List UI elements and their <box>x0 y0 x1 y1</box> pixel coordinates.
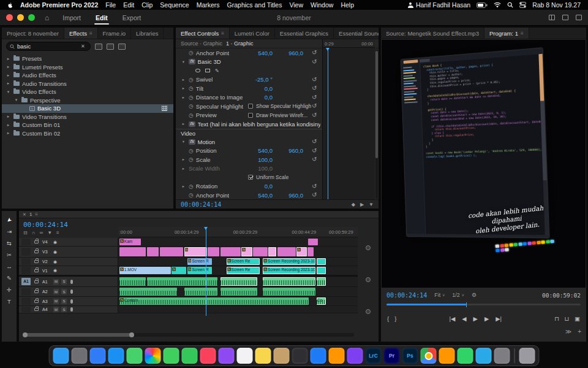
program-scrubber[interactable] <box>386 302 581 307</box>
fx-badge-icon[interactable]: fx <box>189 121 195 127</box>
stopwatch-icon[interactable]: ◷ <box>189 103 194 109</box>
menu-file[interactable]: File <box>105 1 116 9</box>
scroll-knob[interactable] <box>366 277 371 282</box>
twirl-icon[interactable]: ▾ <box>181 59 186 64</box>
tab-effects[interactable]: Effects≡ <box>64 28 98 39</box>
ec-row-scale-width[interactable]: ▸Scale Width100,0 <box>176 164 322 174</box>
reset-icon[interactable]: ↺ <box>312 77 317 83</box>
dock-photos[interactable] <box>145 348 161 364</box>
clip[interactable] <box>147 247 159 256</box>
track-header-v2[interactable]: V2◉ <box>19 258 118 266</box>
wifi-icon[interactable] <box>494 2 501 8</box>
value-field[interactable]: 0,0 <box>244 85 273 92</box>
value-field[interactable]: 960,0 <box>275 50 303 56</box>
voiceover-record-icon[interactable] <box>70 307 73 312</box>
expand-icon[interactable]: ▸ <box>6 81 11 86</box>
dock-whatsapp[interactable] <box>458 348 473 364</box>
tree-item-video-effects[interactable]: ▾Video Effects <box>2 88 173 96</box>
value-field[interactable]: 0,0 <box>244 183 273 190</box>
dock-telegram[interactable] <box>476 348 492 364</box>
button-editor-icon[interactable]: + <box>578 328 581 335</box>
voiceover-record-icon[interactable] <box>70 280 73 284</box>
dock-terminal[interactable] <box>292 348 308 364</box>
dock-mail[interactable] <box>108 348 124 364</box>
toggle-track-output-icon[interactable]: ◉ <box>53 259 57 264</box>
clip[interactable] <box>221 277 258 286</box>
ec-row-masks[interactable]: ✎ <box>176 66 322 75</box>
collapse-icon[interactable]: ▾ <box>6 90 11 94</box>
reset-icon[interactable]: ↺ <box>312 183 317 190</box>
tree-item-basic-3d[interactable]: fxBasic 3D <box>2 104 173 113</box>
track-header-v4[interactable]: V4◉ <box>19 238 118 246</box>
reset-icon[interactable]: ↺ <box>312 139 317 145</box>
play-button[interactable]: ▶ <box>473 315 478 322</box>
menu-sequence[interactable]: Sequence <box>160 1 189 9</box>
ec-row-preview[interactable]: ◷PreviewDraw Preview Wirefr...↺ <box>176 111 322 120</box>
ec-row-tilt[interactable]: ▸◷Tilt0,0↺ <box>176 84 322 93</box>
twirl-icon[interactable]: ▸ <box>181 157 186 162</box>
clip[interactable] <box>147 277 217 286</box>
clip[interactable] <box>160 247 183 256</box>
clip[interactable] <box>317 258 326 265</box>
clip[interactable] <box>263 277 315 286</box>
playback-resolution-dropdown[interactable]: 1/2˅ <box>452 292 464 298</box>
dock-trash[interactable] <box>519 348 535 364</box>
program-timecode[interactable]: 00:00:24:14 <box>386 292 427 299</box>
clip-screen-re[interactable]: fxScreen Re <box>227 267 260 274</box>
source-patch-v3[interactable] <box>21 248 31 256</box>
track-header-a1[interactable]: A1A1MS <box>19 277 118 286</box>
stopwatch-icon[interactable]: ◷ <box>189 148 194 154</box>
tree-item-audio-transitions[interactable]: ▸Audio Transitions <box>2 80 173 88</box>
value-field[interactable]: 540,0 <box>244 192 273 199</box>
lock-icon[interactable] <box>34 300 39 303</box>
lock-icon[interactable] <box>34 240 39 243</box>
mute-button[interactable]: M <box>53 307 59 312</box>
value-field[interactable]: -25,0 ° <box>244 76 273 83</box>
ec-row-check[interactable]: Uniform Scale <box>176 173 322 182</box>
twirl-icon[interactable]: ▸ <box>181 121 186 126</box>
reset-icon[interactable]: ↺ <box>312 112 317 118</box>
filter-audio-icon[interactable] <box>118 44 126 50</box>
mini-timeline-playhead[interactable] <box>328 48 328 199</box>
linked-selection-icon[interactable]: ∞ <box>39 230 43 236</box>
nest-toggle-icon[interactable]: ⊟ <box>23 230 28 236</box>
scroll-knob[interactable] <box>366 309 371 314</box>
twirl-icon[interactable]: ▸ <box>181 86 186 91</box>
track-lane-v1[interactable]: fx1.MOVfxfxScreen RfxScreen RefxScreen R… <box>118 266 358 275</box>
tab-lumetri-color[interactable]: Lumetri Color <box>230 28 275 39</box>
mode-tab-edit[interactable]: Edit <box>88 10 115 26</box>
type-tool-icon[interactable]: T <box>7 299 11 305</box>
voiceover-record-icon[interactable] <box>70 299 73 304</box>
slip-tool-icon[interactable]: ↔ <box>6 264 12 270</box>
toggle-track-output-icon[interactable]: ◉ <box>53 240 57 245</box>
tab-source-mengetik-sound-effect-mp3[interactable]: Source: Mengetik Sound Effect.mp3 <box>381 28 484 39</box>
solo-button[interactable]: S <box>61 299 67 304</box>
dock-podcasts[interactable] <box>219 348 235 364</box>
dock-calendar[interactable] <box>237 348 253 364</box>
tree-item-lumetri-presets[interactable]: ▸Lumetri Presets <box>2 63 173 72</box>
stopwatch-icon[interactable]: ◷ <box>189 112 194 118</box>
clip[interactable] <box>308 239 318 245</box>
track-lane-a4[interactable] <box>118 306 358 313</box>
clip[interactable] <box>221 247 241 256</box>
voiceover-record-icon[interactable] <box>70 289 73 294</box>
checkbox[interactable] <box>248 175 253 180</box>
ec-row-motion[interactable]: ▾fxMotion↺ <box>176 137 322 147</box>
clip[interactable] <box>119 288 177 296</box>
zoom-window-button[interactable] <box>28 14 35 21</box>
source-patch-a3[interactable] <box>21 297 31 304</box>
workspace-icon[interactable] <box>549 15 555 20</box>
ec-row-text-hal-ini-akan-lebih-berguna-ketika-kondisinya-l[interactable]: ▸fxText (hal ini akan lebih berguna keti… <box>176 120 322 129</box>
mark-out-button[interactable]: } <box>394 315 396 322</box>
stopwatch-icon[interactable]: ◷ <box>189 183 194 190</box>
mask-ellipse-icon[interactable] <box>195 69 200 72</box>
expand-icon[interactable]: ▸ <box>6 73 11 78</box>
expand-icon[interactable]: ▸ <box>6 131 11 136</box>
tree-item-audio-effects[interactable]: ▸Audio Effects <box>2 71 173 80</box>
sequence-tab-label[interactable]: 1 <box>29 212 32 217</box>
ec-row-swivel[interactable]: ▸◷Swivel-25,0 °↺ <box>176 75 322 85</box>
panel-menu-icon[interactable]: ≡ <box>89 31 92 36</box>
stopwatch-icon[interactable]: ◷ <box>189 94 194 101</box>
dock-music[interactable] <box>200 348 216 364</box>
menubar-clock[interactable]: Rab 8 Nov 19.27 <box>532 1 581 9</box>
